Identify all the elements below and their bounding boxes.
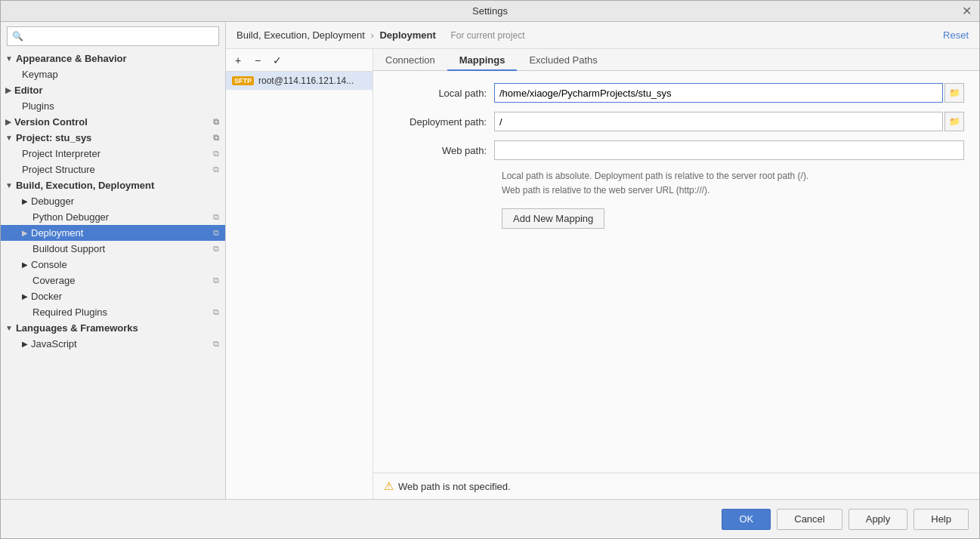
sidebar-item-label: Python Debugger [32, 211, 109, 223]
cancel-button[interactable]: Cancel [777, 509, 842, 530]
sidebar-item-coverage[interactable]: Coverage ⧉ [1, 273, 225, 288]
copy-icon: ⧉ [213, 276, 219, 285]
sidebar-item-required-plugins[interactable]: Required Plugins ⧉ [1, 304, 225, 320]
search-box[interactable]: 🔍 [7, 26, 219, 46]
expand-arrow-icon: ▶ [22, 340, 28, 348]
close-button[interactable]: ✕ [962, 4, 972, 18]
ok-button[interactable]: OK [722, 509, 771, 530]
deployment-path-browse-button[interactable]: 📁 [944, 112, 964, 131]
titlebar: Settings ✕ [1, 1, 979, 22]
sidebar-item-build[interactable]: ▼ Build, Execution, Deployment [1, 177, 225, 193]
local-path-input[interactable] [494, 83, 943, 103]
sidebar-item-project-structure[interactable]: Project Structure ⧉ [1, 162, 225, 177]
expand-arrow-icon: ▼ [5, 54, 13, 63]
sidebar-item-label: JavaScript [31, 338, 77, 350]
copy-icon: ⧉ [213, 244, 219, 254]
local-path-browse-button[interactable]: 📁 [944, 83, 964, 103]
sftp-icon: SFTP [232, 76, 254, 85]
help-button[interactable]: Help [914, 509, 969, 530]
sidebar-item-deployment[interactable]: ▶ Deployment ⧉ [1, 225, 225, 241]
sidebar-item-label: Version Control [14, 116, 88, 128]
sidebar-item-appearance[interactable]: ▼ Appearance & Behavior [1, 51, 225, 66]
sidebar-item-console[interactable]: ▶ Console [1, 257, 225, 273]
sidebar-item-label: Docker [31, 291, 62, 302]
deployment-path-row: Deployment path: 📁 [388, 112, 964, 131]
sidebar-item-python-debugger[interactable]: Python Debugger ⧉ [1, 209, 225, 225]
deployment-path-field: 📁 [494, 112, 964, 131]
add-server-button[interactable]: + [230, 54, 246, 67]
web-path-row: Web path: [388, 140, 964, 160]
expand-arrow-icon: ▶ [22, 292, 28, 300]
sidebar-item-javascript[interactable]: ▶ JavaScript ⧉ [1, 336, 225, 352]
sidebar-item-label: Plugins [22, 100, 54, 112]
copy-icon: ⧉ [213, 307, 219, 317]
expand-arrow-icon: ▶ [22, 260, 28, 269]
reset-button[interactable]: Reset [943, 29, 969, 41]
copy-icon: ⧉ [213, 339, 219, 349]
sidebar-item-label: Coverage [32, 275, 75, 286]
breadcrumb-separator: › [370, 29, 373, 41]
list-toolbar: + − ✓ [226, 49, 373, 72]
sidebar-item-debugger[interactable]: ▶ Debugger [1, 193, 225, 209]
sidebar-item-label: Keymap [22, 69, 58, 80]
deployment-path-input[interactable] [494, 112, 943, 131]
sidebar-item-label: Console [31, 259, 67, 270]
main-panel: Build, Execution, Deployment › Deploymen… [226, 22, 979, 499]
sidebar-item-label: Languages & Frameworks [16, 322, 138, 334]
add-new-mapping-button[interactable]: Add New Mapping [502, 208, 604, 229]
web-path-field [494, 140, 964, 160]
hint-line2: Web path is relative to the web server U… [502, 183, 964, 198]
search-input[interactable] [26, 31, 214, 42]
sidebar-item-label: Project Interpreter [22, 148, 100, 159]
sidebar: 🔍 ▼ Appearance & Behavior Keymap ▶ Edito… [1, 22, 226, 499]
sidebar-item-keymap[interactable]: Keymap [1, 66, 225, 82]
sidebar-item-docker[interactable]: ▶ Docker [1, 288, 225, 304]
search-icon: 🔍 [12, 31, 23, 42]
list-item[interactable]: SFTP root@114.116.121.14... [226, 72, 373, 90]
for-current-label: For current project [450, 30, 524, 41]
sidebar-item-label: Project Structure [22, 164, 95, 175]
right-content: Connection Mappings Excluded Paths Local… [373, 49, 979, 499]
confirm-button[interactable]: ✓ [270, 54, 285, 67]
breadcrumb-parent: Build, Execution, Deployment [236, 29, 365, 41]
tab-connection[interactable]: Connection [373, 51, 447, 71]
sidebar-item-label: Required Plugins [32, 306, 107, 318]
copy-icon: ⧉ [213, 228, 219, 238]
warning-bar: ⚠ Web path is not specified. [373, 473, 979, 499]
server-address: root@114.116.121.14... [258, 75, 354, 86]
copy-icon: ⧉ [213, 133, 219, 143]
main-content: 🔍 ▼ Appearance & Behavior Keymap ▶ Edito… [1, 22, 979, 499]
expand-arrow-icon: ▶ [5, 118, 11, 126]
web-path-label: Web path: [388, 145, 494, 156]
server-list: SFTP root@114.116.121.14... [226, 72, 373, 499]
server-list-panel: + − ✓ SFTP root@114.116.121.14... [226, 49, 373, 499]
tab-excluded-paths[interactable]: Excluded Paths [517, 51, 609, 71]
hint-text: Local path is absolute. Deployment path … [388, 169, 964, 198]
sidebar-item-label: Project: stu_sys [16, 132, 91, 143]
copy-icon: ⧉ [213, 117, 219, 127]
sidebar-item-languages[interactable]: ▼ Languages & Frameworks [1, 320, 225, 336]
remove-server-button[interactable]: − [250, 54, 265, 67]
tab-mappings[interactable]: Mappings [447, 51, 518, 71]
bottom-bar: OK Cancel Apply Help [1, 499, 979, 538]
apply-button[interactable]: Apply [849, 509, 908, 530]
sidebar-item-plugins[interactable]: Plugins [1, 98, 225, 114]
sidebar-item-label: Buildout Support [32, 243, 105, 254]
hint-line1: Local path is absolute. Deployment path … [502, 169, 964, 183]
sidebar-item-label: Appearance & Behavior [16, 53, 127, 64]
sidebar-item-version-control[interactable]: ▶ Version Control ⧉ [1, 114, 225, 130]
sidebar-item-label: Debugger [31, 196, 74, 207]
breadcrumb: Build, Execution, Deployment › Deploymen… [236, 29, 524, 41]
deployment-path-label: Deployment path: [388, 116, 494, 128]
breadcrumb-current: Deployment [379, 29, 435, 41]
sidebar-item-buildout[interactable]: Buildout Support ⧉ [1, 241, 225, 257]
tabs-bar: Connection Mappings Excluded Paths [373, 49, 979, 71]
dialog-title: Settings [472, 5, 508, 17]
warning-text: Web path is not specified. [398, 481, 511, 492]
sidebar-item-project-interpreter[interactable]: Project Interpreter ⧉ [1, 146, 225, 162]
local-path-row: Local path: 📁 [388, 83, 964, 103]
sidebar-item-project[interactable]: ▼ Project: stu_sys ⧉ [1, 130, 225, 146]
sidebar-item-editor[interactable]: ▶ Editor [1, 82, 225, 98]
web-path-input[interactable] [494, 140, 964, 160]
sidebar-item-label: Build, Execution, Deployment [16, 180, 154, 191]
